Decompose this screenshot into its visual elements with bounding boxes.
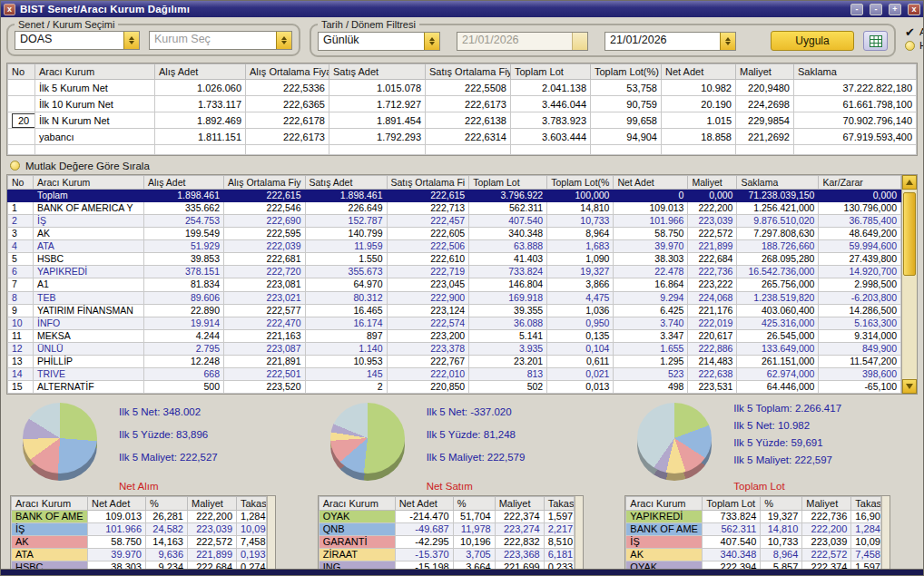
table-row[interactable]: 4ATA51.929222,03911.959222,50663.8881,68… [8,240,901,253]
cell: 222,506 [387,240,469,253]
cell: 3.783.923 [511,112,591,129]
close-icon[interactable]: x [4,4,15,15]
table-row[interactable]: 13PHİLLİP12.248221,89110.953222,76723.20… [8,355,901,367]
cell: 22.478 [614,266,688,278]
radio-adet[interactable]: ✔ Adet [905,26,924,37]
table-row[interactable]: Toplam1.898.461222,6151.898.461222,6153.… [8,190,901,202]
column-header[interactable]: Alış Ortalama Fiy [224,176,306,190]
table-row[interactable]: 15ALTERNATİF500223,5202220,8505020,01349… [8,380,901,393]
kurum-select[interactable]: Kurum Seç [149,31,292,50]
column-header[interactable]: Net Adet [662,64,736,80]
cell: 26.545,000 [737,329,819,342]
cell: 19,327 [761,511,802,523]
cell: 562.311 [469,202,547,215]
summary-table-panel: NoAracı KurumAlış AdetAlış Ortalama Fiya… [6,63,918,156]
cell: 222,713 [387,202,469,215]
senet-select[interactable]: DOAS [15,31,140,50]
cell [662,145,736,155]
cell: 221,899 [688,240,737,253]
vertical-scrollbar[interactable] [901,175,917,394]
cell: 16,907 [851,511,881,523]
sort-option[interactable]: Mutlak Değere Göre Sırala [1,156,923,174]
cell: 222,886 [688,342,737,355]
column-header[interactable]: Toplam Lot(%) [591,64,662,80]
cell: 221,899 [188,549,237,561]
table-row[interactable]: 7A181.834223,08164.970223,045146.8043,86… [8,278,901,291]
cell: 51,704 [453,511,495,523]
chevron-updown-icon[interactable] [424,33,439,50]
mini-scrollbar[interactable] [881,496,890,576]
cell: 0,611 [547,355,614,367]
column-header[interactable]: Toplam Lot(% [547,176,614,190]
column-header[interactable]: Satış Ortalama Fiyat [426,64,511,80]
column-header[interactable]: Toplam Lot [511,64,591,80]
table-row[interactable]: 10İNFO19.914222,47016.174222,57436.0880,… [8,317,901,329]
close-window-icon[interactable]: x [908,4,920,15]
column-header[interactable]: Satış Adet [329,64,426,80]
column-header[interactable]: Net Adet [614,176,688,190]
mini-scrollbar[interactable] [267,496,275,576]
restore-icon[interactable]: - [870,4,882,15]
cell: 403.060,400 [737,304,819,317]
scroll-up-icon[interactable] [902,175,917,190]
date-to-field[interactable]: 21/01/2026 [605,32,736,51]
column-header[interactable]: Maliyet [688,176,737,190]
mini-table-row: AK340.3488,964222,5727,458 [626,549,881,561]
cell: 222,572 [188,536,237,549]
cell [591,145,662,155]
radio-hacim[interactable]: Hacim [905,40,924,51]
mini-table-row: AK58.75014,163222,5727,458 [12,536,267,549]
column-header[interactable]: Aracı Kurum [35,64,155,80]
column-header[interactable]: Aracı Kurum [34,176,144,190]
apply-button[interactable]: Uygula [771,31,854,51]
column-header[interactable]: Saklama [737,176,819,190]
cell: 1.295 [614,355,688,367]
cell: -6.203,800 [819,291,901,304]
cell: 222,010 [387,367,469,380]
minimize-icon[interactable]: - [850,4,863,15]
chevron-updown-icon[interactable] [720,33,735,50]
table-row[interactable]: 14TRIVE668222,501145222,0108130,02152322… [8,367,901,380]
column-header[interactable]: Saklama [794,64,917,80]
cell: 6,181 [544,549,574,561]
cell: 223,274 [495,523,544,536]
cell: 222,200 [802,523,851,536]
scrollbar-thumb[interactable] [903,192,916,276]
column-header[interactable]: Maliyet [736,64,794,80]
table-row[interactable]: 11MEKSA4.244221,163897223,2005.1410,1353… [8,329,901,342]
table-row[interactable]: 2İŞ254.753222,690152.787222,457407.54010… [8,215,901,228]
cell: 38.303 [614,253,688,266]
chevron-updown-icon[interactable] [123,32,139,49]
mini-scrollbar[interactable] [575,496,583,576]
column-header[interactable]: No [8,64,35,80]
excel-export-button[interactable] [863,31,888,51]
column-header[interactable]: No [8,176,34,190]
maximize-icon[interactable]: + [889,4,901,15]
table-row[interactable]: 6YAPIKREDİ378.151222,720355.673222,71973… [8,266,901,278]
column-header[interactable]: Alış Adet [144,176,224,190]
column-header[interactable]: Toplam Lot [469,176,547,190]
period-select[interactable]: Günlük [318,32,440,51]
table-row[interactable]: 1BANK OF AMERICA Y335.662222,546226.6492… [8,202,901,215]
table-row[interactable]: 12ÜNLÜ2.795223,0871.140223,3783.9350,104… [8,342,901,355]
column-header[interactable]: Satış Ortalama Fi [387,176,469,190]
cell: İlk 10 Kurum Net [35,96,155,112]
sort-option-label: Mutlak Değere Göre Sırala [25,161,150,171]
cell: 1,036 [547,304,614,317]
kurum-select-placeholder: Kurum Seç [150,32,276,49]
n-value-input[interactable]: 20 [12,113,35,128]
scrollbar-track[interactable] [902,190,917,379]
cell: 19,327 [547,266,614,278]
cell [246,145,329,155]
table-row[interactable]: 8TEB89.606223,02180.312222,900169.9184,4… [8,291,901,304]
column-header[interactable]: Alış Adet [155,64,246,80]
mini-table-panel: Aracı KurumNet Adet%MaliyetTakas%OYAK-21… [318,495,584,576]
column-header[interactable]: Satış Adet [305,176,387,190]
column-header[interactable]: Kar/Zarar [819,176,901,190]
chevron-updown-icon[interactable] [276,32,291,49]
column-header[interactable]: Alış Ortalama Fiyat [246,64,329,80]
table-row[interactable]: 3AK199.549222,595140.799222,605340.3488,… [8,228,901,240]
scroll-down-icon[interactable] [902,379,917,394]
table-row[interactable]: 5HSBC39.853222,6811.550222,61041.4031,09… [8,253,901,266]
table-row[interactable]: 9YATIRIM FİNANSMAN22.890222,57716.465223… [8,304,901,317]
